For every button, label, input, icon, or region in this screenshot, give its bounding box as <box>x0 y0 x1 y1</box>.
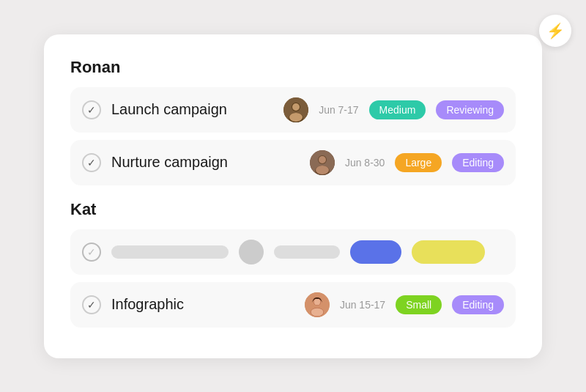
skeleton-badge-2 <box>412 240 485 264</box>
check-icon[interactable]: ✓ <box>82 153 101 172</box>
skeleton-task-row[interactable]: ✓ <box>70 229 516 275</box>
task-row[interactable]: ✓ Launch campaign Jun 7-17 Medium Review… <box>70 87 516 133</box>
status-badge[interactable]: Editing <box>452 295 504 314</box>
section-title-ronan: Ronan <box>70 58 516 77</box>
size-badge[interactable]: Large <box>395 153 442 172</box>
lightning-icon: ⚡ <box>546 22 565 40</box>
check-icon[interactable]: ✓ <box>82 243 101 262</box>
avatar <box>305 292 330 317</box>
skeleton-avatar <box>239 240 264 265</box>
status-badge[interactable]: Reviewing <box>436 100 504 119</box>
size-badge[interactable]: Small <box>396 295 442 314</box>
task-date: Jun 8-30 <box>345 157 385 169</box>
skeleton-date <box>274 245 340 259</box>
main-card: Ronan ✓ Launch campaign Jun 7-17 Medium … <box>44 34 542 358</box>
skeleton-badge-1 <box>350 240 401 264</box>
status-badge[interactable]: Editing <box>452 153 504 172</box>
svg-point-9 <box>316 166 329 174</box>
svg-point-14 <box>311 308 323 316</box>
task-row[interactable]: ✓ Nurture campaign Jun 8-30 Large Editin… <box>70 140 516 185</box>
section-title-kat: Kat <box>70 200 516 219</box>
task-date: Jun 15-17 <box>340 299 385 311</box>
size-badge[interactable]: Medium <box>369 100 426 119</box>
avatar <box>310 150 335 175</box>
check-icon[interactable]: ✓ <box>82 295 101 314</box>
task-row[interactable]: ✓ Infographic Jun 15-17 Small Editing <box>70 282 516 328</box>
task-date: Jun 7-17 <box>319 104 358 116</box>
task-name: Launch campaign <box>111 101 273 118</box>
svg-point-8 <box>319 156 326 163</box>
task-name: Infographic <box>111 296 294 313</box>
svg-point-3 <box>292 103 300 111</box>
svg-point-4 <box>289 113 303 122</box>
lightning-button[interactable]: ⚡ <box>539 15 571 47</box>
check-icon[interactable]: ✓ <box>82 100 101 119</box>
task-name: Nurture campaign <box>111 154 300 171</box>
skeleton-name <box>111 245 229 259</box>
avatar <box>283 97 308 122</box>
svg-point-13 <box>314 298 320 305</box>
